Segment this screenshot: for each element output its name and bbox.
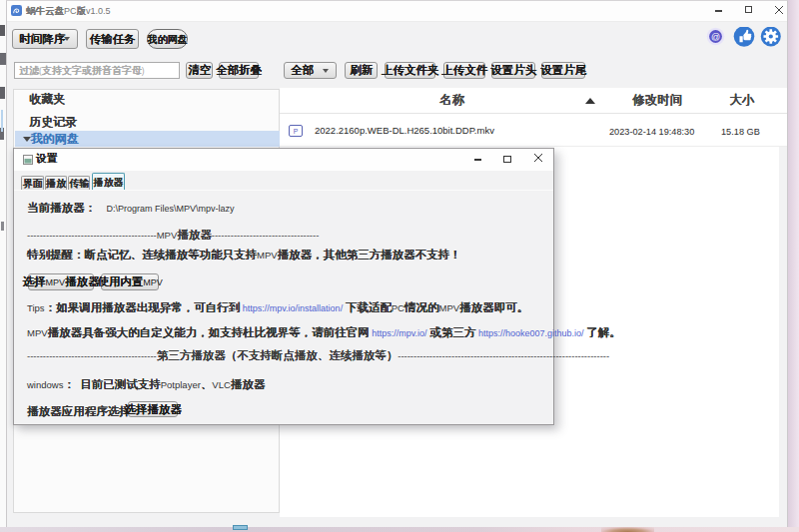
svg-text:@: @ (711, 32, 720, 42)
svg-text:P: P (293, 128, 298, 135)
